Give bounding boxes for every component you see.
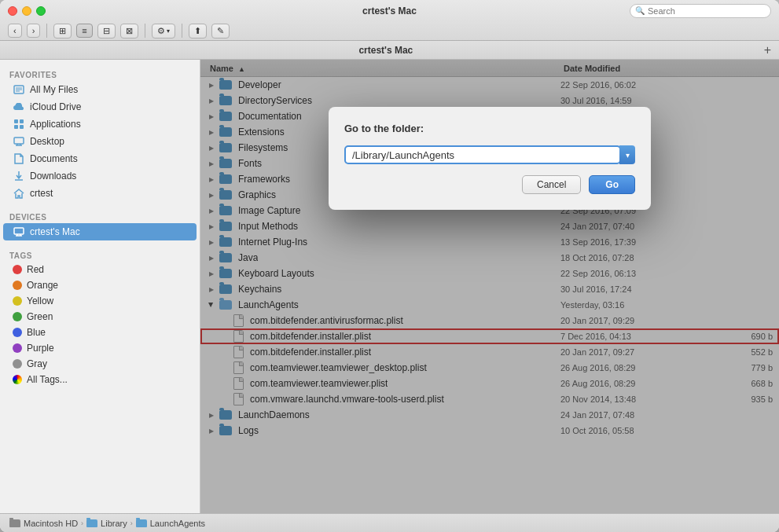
search-input[interactable]: [630, 4, 771, 18]
edit-button[interactable]: ✎: [211, 24, 230, 39]
modal-overlay: Go to the folder: ▾ Cancel Go: [200, 60, 779, 513]
folder-path-input[interactable]: [344, 145, 621, 164]
sidebar-item-tag-yellow[interactable]: Yellow: [3, 293, 197, 309]
gear-icon: ⚙: [157, 26, 165, 36]
tag-label-all: All Tags...: [27, 374, 68, 385]
monitor-icon: [13, 226, 25, 238]
close-button[interactable]: [8, 6, 17, 16]
finder-window: crtest's Mac 🔍 ‹ › ⊞ ≡ ⊟ ⊠ ⚙: [0, 0, 779, 532]
search-wrapper: 🔍: [630, 4, 771, 18]
main-content: Favorites All My Files iCloud Drive Appl…: [0, 60, 779, 513]
sidebar-item-applications[interactable]: Applications: [3, 116, 197, 133]
sidebar-item-tag-gray[interactable]: Gray: [3, 356, 197, 372]
sidebar: Favorites All My Files iCloud Drive Appl…: [0, 60, 200, 513]
action-arrow: ▾: [167, 28, 170, 35]
titlebar: crtest's Mac 🔍 ‹ › ⊞ ≡ ⊟ ⊠ ⚙: [0, 0, 779, 41]
breadcrumb-title: crtest's Mac: [8, 45, 764, 56]
svg-rect-8: [14, 138, 24, 144]
library-label: Library: [101, 519, 127, 528]
cover-flow-icon: ⊠: [126, 26, 133, 36]
forward-button[interactable]: ›: [27, 24, 41, 38]
svg-rect-7: [20, 125, 24, 129]
tag-dot-green: [13, 312, 22, 321]
search-icon: 🔍: [635, 6, 645, 15]
sidebar-item-tag-red[interactable]: Red: [3, 262, 197, 277]
sidebar-item-crtests-mac[interactable]: crtest's Mac: [3, 223, 197, 240]
cover-flow-button[interactable]: ⊠: [120, 24, 138, 39]
bc-library[interactable]: Library: [86, 519, 127, 528]
sidebar-label-documents: Documents: [30, 153, 78, 164]
tag-label-yellow: Yellow: [27, 295, 53, 306]
sidebar-label-downloads: Downloads: [30, 171, 76, 182]
sidebar-item-downloads[interactable]: Downloads: [3, 167, 197, 185]
favorites-header: Favorites: [0, 66, 200, 81]
path-dropdown-arrow[interactable]: ▾: [619, 145, 635, 164]
cancel-button[interactable]: Cancel: [522, 175, 581, 194]
share-icon: ⬆: [194, 26, 201, 36]
svg-rect-6: [14, 125, 18, 129]
toolbar: ‹ › ⊞ ≡ ⊟ ⊠ ⚙ ▾ ⬆: [0, 21, 779, 40]
tag-dot-blue: [13, 328, 22, 337]
list-view-button[interactable]: ≡: [76, 24, 92, 38]
icon-view-icon: ⊞: [59, 26, 66, 36]
sidebar-label-icloud: iCloud Drive: [30, 101, 81, 112]
svg-rect-4: [14, 119, 18, 123]
tag-label-purple: Purple: [27, 343, 54, 354]
hd-label: Macintosh HD: [24, 519, 78, 528]
sidebar-item-tag-orange[interactable]: Orange: [3, 277, 197, 293]
file-list-area: Name ▲ Date Modified ▶Developer22 Sep 20…: [200, 60, 779, 513]
sidebar-item-documents[interactable]: Documents: [3, 150, 197, 167]
devices-header: Devices: [0, 208, 200, 223]
go-button[interactable]: Go: [589, 175, 635, 194]
sidebar-label-crtests-mac: crtest's Mac: [30, 226, 80, 237]
tag-label-green: Green: [27, 311, 53, 322]
maximize-button[interactable]: [36, 6, 46, 16]
column-view-button[interactable]: ⊟: [97, 24, 116, 39]
tag-label-orange: Orange: [27, 280, 58, 291]
column-view-icon: ⊟: [103, 26, 110, 36]
toolbar-separator-2: [145, 24, 145, 38]
tag-label-red: Red: [27, 264, 44, 275]
sidebar-item-tag-purple[interactable]: Purple: [3, 340, 197, 356]
tag-label-blue: Blue: [27, 327, 46, 338]
applications-icon: [13, 118, 25, 130]
edit-icon: ✎: [217, 26, 224, 36]
modal-buttons: Cancel Go: [344, 175, 635, 194]
go-to-folder-dialog: Go to the folder: ▾ Cancel Go: [329, 107, 651, 210]
documents-icon: [13, 152, 25, 165]
status-bar: Macintosh HD › Library › LaunchAgents: [0, 513, 779, 532]
tag-dot-red: [13, 265, 22, 274]
sidebar-item-all-tags[interactable]: All Tags...: [3, 372, 197, 387]
tag-dot-orange: [13, 281, 22, 290]
home-icon: [13, 187, 25, 200]
share-button[interactable]: ⬆: [189, 24, 207, 39]
add-button[interactable]: +: [764, 44, 771, 57]
sidebar-item-crtest[interactable]: crtest: [3, 185, 197, 202]
icon-view-button[interactable]: ⊞: [53, 24, 72, 39]
launch-agents-label: LaunchAgents: [150, 519, 205, 528]
svg-rect-5: [20, 119, 24, 123]
hd-icon: [9, 519, 20, 527]
sidebar-item-desktop[interactable]: Desktop: [3, 133, 197, 150]
downloads-icon: [13, 170, 25, 182]
toolbar-separator-1: [46, 24, 47, 38]
svg-rect-13: [14, 228, 24, 234]
tag-label-gray: Gray: [27, 358, 47, 369]
modal-title: Go to the folder:: [344, 123, 635, 134]
sidebar-item-all-my-files[interactable]: All My Files: [3, 81, 197, 98]
minimize-button[interactable]: [22, 6, 31, 16]
sidebar-item-tag-green[interactable]: Green: [3, 309, 197, 325]
bc-launch-agents[interactable]: LaunchAgents: [136, 519, 205, 528]
list-view-icon: ≡: [82, 26, 86, 35]
window-controls: [8, 6, 46, 16]
bc-macintosh-hd[interactable]: Macintosh HD: [9, 519, 78, 528]
titlebar-top: crtest's Mac 🔍: [0, 0, 779, 21]
back-button[interactable]: ‹: [8, 24, 22, 38]
sidebar-item-tag-blue[interactable]: Blue: [3, 325, 197, 340]
action-button[interactable]: ⚙ ▾: [152, 24, 175, 39]
sidebar-item-icloud-drive[interactable]: iCloud Drive: [3, 98, 197, 116]
tags-header: Tags: [0, 247, 200, 262]
breadcrumb-path: Macintosh HD › Library › LaunchAgents: [9, 519, 205, 528]
sidebar-label-crtest: crtest: [30, 188, 53, 199]
tag-dot-all: [13, 375, 22, 384]
